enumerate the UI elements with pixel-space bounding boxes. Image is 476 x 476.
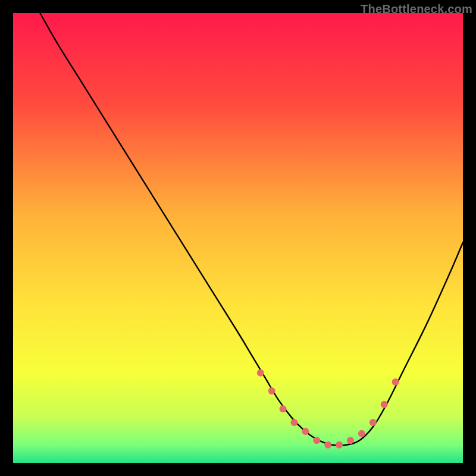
- chart-svg: [13, 13, 463, 463]
- marker-point: [302, 428, 309, 435]
- marker-point: [291, 419, 298, 426]
- marker-point: [381, 401, 388, 408]
- marker-point: [324, 441, 331, 449]
- marker-point: [280, 405, 287, 412]
- marker-point: [268, 387, 275, 394]
- marker-point: [257, 369, 264, 377]
- marker-point: [313, 437, 320, 444]
- watermark-text: TheBottleneck.com: [361, 2, 472, 16]
- marker-point: [347, 437, 354, 444]
- marker-point: [358, 430, 365, 437]
- chart-frame: [13, 13, 463, 463]
- marker-point: [392, 378, 399, 386]
- marker-point: [336, 441, 343, 449]
- marker-point: [369, 419, 377, 426]
